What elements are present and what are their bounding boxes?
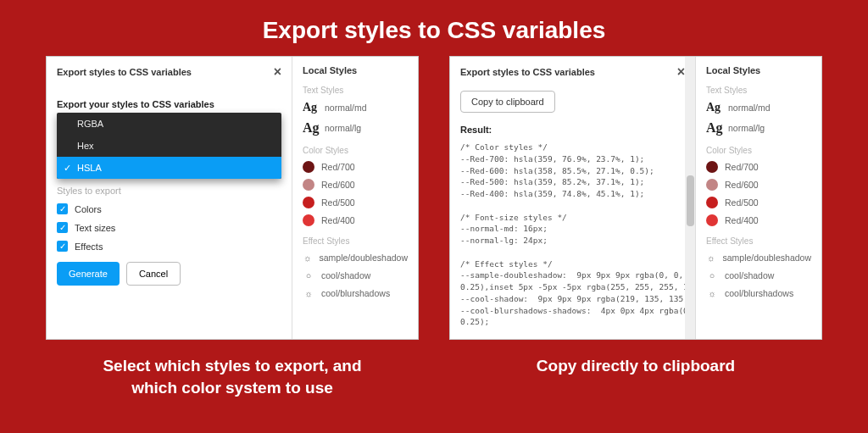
effect-doubleshadow[interactable]: ☼sample/doubleshadow xyxy=(706,252,811,264)
export-modal-right: Export styles to CSS variables × Copy to… xyxy=(450,57,696,339)
export-modal-left: Export styles to CSS variables × Export … xyxy=(47,57,292,339)
style-label: Red/500 xyxy=(725,197,759,208)
style-label: cool/shadow xyxy=(725,270,774,280)
sun-icon: ☼ xyxy=(706,287,718,299)
page-title: Export styles to CSS variables xyxy=(0,0,868,56)
style-label: cool/blurshadows xyxy=(321,288,390,298)
modal-title: Export styles to CSS variables xyxy=(460,67,595,77)
color-red400[interactable]: Red/400 xyxy=(706,214,811,226)
caption-line: Select which styles to export, and xyxy=(103,357,361,375)
checkbox-label: Text sizes xyxy=(75,223,115,233)
style-label: normal/lg xyxy=(325,123,361,133)
local-styles-panel: Local Styles Text Styles Agnormal/md Agn… xyxy=(696,57,821,339)
option-rgba[interactable]: RGBA xyxy=(57,113,281,135)
checkbox-colors[interactable]: ✓ Colors xyxy=(57,203,281,214)
effect-shadow[interactable]: ○cool/shadow xyxy=(706,269,811,281)
local-styles-panel: Local Styles Text Styles Agnormal/md Agn… xyxy=(292,57,418,339)
checkbox-effects[interactable]: ✓ Effects xyxy=(57,241,281,252)
color-red700[interactable]: Red/700 xyxy=(706,161,811,173)
modal-subhead: Export your styles to CSS variables xyxy=(57,99,281,109)
color-styles-label: Color Styles xyxy=(303,146,408,155)
effect-styles-label: Effect Styles xyxy=(303,236,408,246)
effect-styles-label: Effect Styles xyxy=(706,236,811,246)
caption-line: which color system to use xyxy=(131,379,333,397)
swatch-icon xyxy=(706,161,718,173)
css-output[interactable]: /* Color styles */ --Red-700: hsla(359, … xyxy=(460,142,685,328)
effect-doubleshadow[interactable]: ☼sample/doubleshadow xyxy=(303,252,408,264)
right-caption: Copy directly to clipboard xyxy=(449,355,822,377)
style-label: sample/doubleshadow xyxy=(320,253,409,263)
sun-icon: ☼ xyxy=(706,252,716,264)
text-styles-label: Text Styles xyxy=(303,86,408,95)
checkbox-label: Colors xyxy=(75,204,102,214)
styles-to-export-label: Styles to export xyxy=(57,186,281,196)
checkbox-text-sizes[interactable]: ✓ Text sizes xyxy=(57,222,281,233)
right-panel: Export styles to CSS variables × Copy to… xyxy=(449,56,822,340)
color-red700[interactable]: Red/700 xyxy=(303,161,408,173)
swatch-icon xyxy=(303,214,314,226)
panels-row: Export styles to CSS variables × Export … xyxy=(0,56,868,398)
style-label: normal/md xyxy=(728,103,771,113)
color-red500[interactable]: Red/500 xyxy=(303,197,408,208)
color-system-dropdown[interactable]: RGBA Hex HSLA xyxy=(57,113,281,179)
scrollbar-thumb[interactable] xyxy=(687,175,694,226)
ag-icon: Ag xyxy=(303,120,318,136)
swatch-icon xyxy=(303,161,314,173)
generate-button[interactable]: Generate xyxy=(57,262,120,286)
checkbox-icon: ✓ xyxy=(57,241,68,252)
close-icon[interactable]: × xyxy=(274,65,281,79)
style-label: Red/600 xyxy=(321,180,355,190)
scrollbar[interactable] xyxy=(685,57,695,339)
style-label: Red/400 xyxy=(321,215,355,225)
local-styles-heading: Local Styles xyxy=(303,65,408,75)
color-red600[interactable]: Red/600 xyxy=(706,179,811,191)
style-label: Red/700 xyxy=(725,162,759,172)
left-panel-wrap: Export styles to CSS variables × Export … xyxy=(46,56,419,398)
style-label: cool/blurshadows xyxy=(725,288,793,298)
style-label: Red/700 xyxy=(321,162,355,172)
close-icon[interactable]: × xyxy=(677,65,685,79)
text-style-md[interactable]: Agnormal/md xyxy=(303,101,408,114)
left-panel: Export styles to CSS variables × Export … xyxy=(46,56,419,340)
copy-to-clipboard-button[interactable]: Copy to clipboard xyxy=(460,91,555,113)
cancel-button[interactable]: Cancel xyxy=(126,262,181,286)
style-label: Red/600 xyxy=(725,180,759,190)
left-caption: Select which styles to export, and which… xyxy=(46,355,419,398)
color-styles-label: Color Styles xyxy=(706,146,811,155)
color-red500[interactable]: Red/500 xyxy=(706,197,811,208)
circle-icon: ○ xyxy=(706,269,718,281)
checkbox-icon: ✓ xyxy=(57,222,68,233)
style-label: Red/500 xyxy=(321,197,355,208)
style-label: normal/lg xyxy=(728,123,765,133)
ag-icon: Ag xyxy=(706,101,721,114)
option-hsla[interactable]: HSLA xyxy=(57,157,281,179)
checkbox-label: Effects xyxy=(75,241,103,252)
text-styles-label: Text Styles xyxy=(706,86,811,95)
checkbox-icon: ✓ xyxy=(57,203,68,214)
style-label: cool/shadow xyxy=(321,270,370,280)
text-style-lg[interactable]: Agnormal/lg xyxy=(706,120,811,136)
option-hex[interactable]: Hex xyxy=(57,135,281,157)
color-red400[interactable]: Red/400 xyxy=(303,214,408,226)
circle-icon: ○ xyxy=(303,269,314,281)
effect-blurshadows[interactable]: ☼cool/blurshadows xyxy=(303,287,408,299)
local-styles-heading: Local Styles xyxy=(706,65,811,75)
text-style-md[interactable]: Agnormal/md xyxy=(706,101,811,114)
swatch-icon xyxy=(303,179,314,191)
modal-title: Export styles to CSS variables xyxy=(57,67,192,77)
ag-icon: Ag xyxy=(303,101,318,114)
result-label: Result: xyxy=(460,125,685,135)
style-label: normal/md xyxy=(325,103,367,113)
ag-icon: Ag xyxy=(706,120,721,136)
style-label: sample/doubleshadow xyxy=(723,253,812,263)
text-style-lg[interactable]: Agnormal/lg xyxy=(303,120,408,136)
right-panel-wrap: Export styles to CSS variables × Copy to… xyxy=(449,56,822,398)
swatch-icon xyxy=(706,214,718,226)
swatch-icon xyxy=(706,179,718,191)
color-red600[interactable]: Red/600 xyxy=(303,179,408,191)
swatch-icon xyxy=(303,197,314,208)
sun-icon: ☼ xyxy=(303,252,313,264)
effect-shadow[interactable]: ○cool/shadow xyxy=(303,269,408,281)
effect-blurshadows[interactable]: ☼cool/blurshadows xyxy=(706,287,811,299)
swatch-icon xyxy=(706,197,718,208)
